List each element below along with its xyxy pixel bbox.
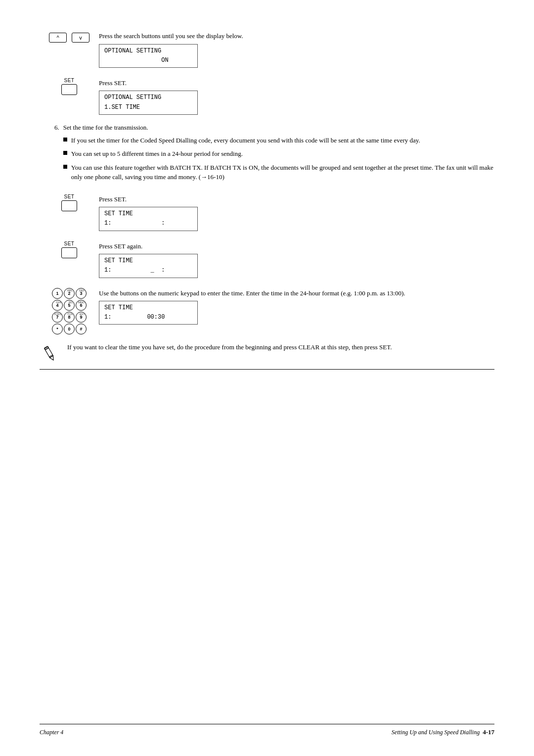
lcd-display-2: OPTIONAL SETTING 1.SET TIME	[99, 91, 198, 114]
key-7[interactable]: PQRS7	[52, 312, 63, 323]
footer-right: Setting Up and Using Speed Dialling 4-17	[392, 728, 494, 736]
step-6-content: Set the time for the transmission. If yo…	[63, 124, 494, 186]
key-5[interactable]: JKL5	[64, 300, 75, 311]
bullet-list: If you set the timer for the Coded Speed…	[63, 136, 494, 182]
set-icon-col-3: SET	[40, 240, 99, 258]
footer-title: Setting Up and Using Speed Dialling	[392, 729, 480, 736]
key-2[interactable]: ABC2	[64, 288, 75, 299]
bullet-item-3: You can use this feature together with B…	[63, 163, 494, 182]
key-4[interactable]: GHI4	[52, 300, 63, 311]
keypad-instruction-row: 1 ABC2 DEF3 GHI4 JKL5 MNO6 PQRS7 TUV8 WX…	[40, 287, 494, 334]
lcd-line-5-2: 1: 00:30	[104, 313, 192, 322]
set-button-2: SET	[61, 194, 77, 211]
key-8[interactable]: TUV8	[64, 312, 75, 323]
set-box-2[interactable]	[61, 200, 77, 211]
bullet-text-1: If you set the timer for the Coded Speed…	[71, 136, 420, 145]
svg-rect-2	[44, 346, 49, 349]
down-arrow-icon: v	[79, 35, 82, 41]
set-box-1[interactable]	[61, 84, 77, 95]
search-instruction-text-col: Press the search buttons until you see t…	[99, 30, 494, 68]
note-text: If you want to clear the time you have s…	[67, 343, 392, 351]
pencil-icon	[40, 343, 59, 363]
search-buttons-col: ^ v	[40, 30, 99, 43]
footer-page: 4-17	[483, 728, 494, 736]
set-text-col-2: Press SET. SET TIME 1: :	[99, 193, 494, 231]
set-instruction-row-3: SET Press SET again. SET TIME 1: _ :	[40, 240, 494, 278]
svg-marker-1	[50, 355, 55, 361]
press-set-text-2: Press SET.	[99, 193, 494, 204]
search-instruction-row: ^ v Press the search buttons until you s…	[40, 30, 494, 68]
keypad-instruction-text: Use the buttons on the numeric keypad to…	[99, 287, 494, 298]
key-hash[interactable]: #	[76, 324, 87, 334]
key-6[interactable]: MNO6	[76, 300, 87, 311]
bullet-square-1	[63, 138, 67, 142]
key-star[interactable]: *	[52, 324, 63, 334]
set-instruction-row-2: SET Press SET. SET TIME 1: :	[40, 193, 494, 231]
key-0[interactable]: 0	[64, 324, 75, 334]
set-instruction-row-1: SET Press SET. OPTIONAL SETTING 1.SET TI…	[40, 77, 494, 115]
lcd-display-4: SET TIME 1: _ :	[99, 254, 198, 278]
lcd-line-2-2: 1.SET TIME	[104, 103, 192, 112]
lcd-display-1: OPTIONAL SETTING ON	[99, 44, 198, 68]
keypad-text-col: Use the buttons on the numeric keypad to…	[99, 287, 494, 325]
bullet-square-3	[63, 165, 67, 169]
bullet-square-2	[63, 151, 67, 155]
down-search-button[interactable]: v	[72, 33, 89, 43]
press-set-again-text: Press SET again.	[99, 240, 494, 251]
set-button-3: SET	[61, 241, 77, 258]
key-1[interactable]: 1	[52, 288, 63, 299]
lcd-display-5: SET TIME 1: 00:30	[99, 301, 198, 325]
set-button-1: SET	[61, 78, 77, 95]
bullet-item-1: If you set the timer for the Coded Speed…	[63, 136, 494, 145]
set-text-col-3: Press SET again. SET TIME 1: _ :	[99, 240, 494, 278]
step-6-text: Set the time for the transmission.	[63, 124, 494, 132]
note-row: If you want to clear the time you have s…	[40, 343, 494, 370]
lcd-line-4-2: 1: _ :	[104, 266, 192, 275]
lcd-display-3: SET TIME 1: :	[99, 207, 198, 231]
bullet-item-2: You can set up to 5 different times in a…	[63, 149, 494, 159]
lcd-line-4-1: SET TIME	[104, 256, 192, 266]
key-9[interactable]: WXY9	[76, 312, 87, 323]
press-set-text-1: Press SET.	[99, 77, 494, 88]
page-footer: Chapter 4 Setting Up and Using Speed Dia…	[40, 724, 494, 736]
up-arrow-icon: ^	[56, 35, 59, 41]
set-icon-col-2: SET	[40, 193, 99, 211]
lcd-line-3-1: SET TIME	[104, 209, 192, 219]
step-6-number: 6.	[54, 124, 59, 186]
footer-chapter: Chapter 4	[40, 729, 63, 736]
bullet-text-2: You can set up to 5 different times in a…	[71, 149, 243, 159]
lcd-line-3-2: 1: :	[104, 219, 192, 228]
lcd-line-5-1: SET TIME	[104, 303, 192, 313]
key-3[interactable]: DEF3	[76, 288, 87, 299]
page-content: ^ v Press the search buttons until you s…	[40, 30, 494, 370]
lcd-line-1-2: ON	[104, 56, 192, 65]
numeric-keypad: 1 ABC2 DEF3 GHI4 JKL5 MNO6 PQRS7 TUV8 WX…	[52, 288, 87, 334]
set-icon-col-1: SET	[40, 77, 99, 95]
search-instruction-text: Press the search buttons until you see t…	[99, 30, 494, 41]
set-text-col-1: Press SET. OPTIONAL SETTING 1.SET TIME	[99, 77, 494, 115]
set-label-2: SET	[64, 194, 75, 199]
set-label-3: SET	[64, 241, 75, 246]
search-buttons: ^ v	[49, 33, 89, 43]
step-6-row: 6. Set the time for the transmission. If…	[54, 124, 494, 186]
pencil-svg	[40, 343, 59, 363]
keypad-icon-col: 1 ABC2 DEF3 GHI4 JKL5 MNO6 PQRS7 TUV8 WX…	[40, 287, 99, 334]
lcd-line-2-1: OPTIONAL SETTING	[104, 93, 192, 102]
lcd-line-1-1: OPTIONAL SETTING	[104, 47, 192, 56]
set-box-3[interactable]	[61, 247, 77, 258]
up-search-button[interactable]: ^	[49, 33, 67, 43]
bullet-text-3: You can use this feature together with B…	[71, 163, 494, 182]
set-label-1: SET	[64, 78, 75, 83]
